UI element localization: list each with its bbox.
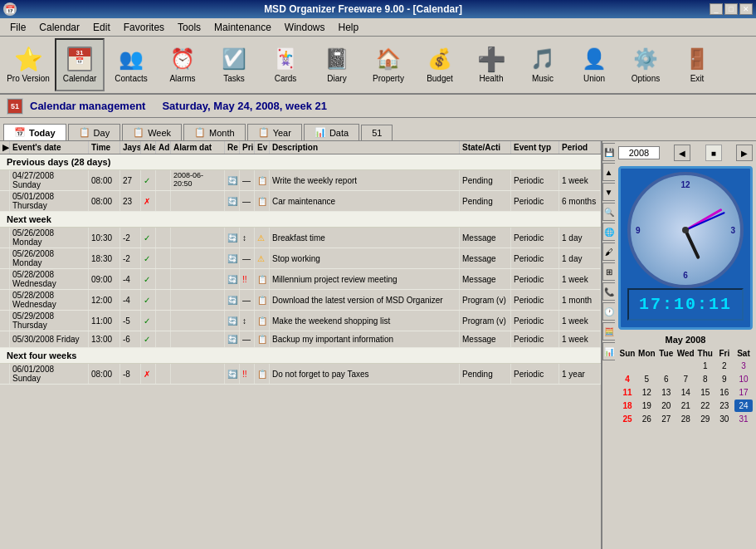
tool-paint[interactable]: 🖌 <box>602 243 616 261</box>
menu-maintenance[interactable]: Maintenance <box>207 20 278 35</box>
cal-day-19[interactable]: 19 <box>637 399 656 412</box>
menu-tools[interactable]: Tools <box>171 20 207 35</box>
minimize-button[interactable]: _ <box>710 3 723 15</box>
cal-day-26[interactable]: 26 <box>637 413 656 425</box>
cal-day-4[interactable]: 4 <box>618 373 637 385</box>
cal-day-6[interactable]: 6 <box>657 373 676 385</box>
table-row[interactable]: 05/30/2008 Friday 13:00 -6 ✓ 🔄 — 📋 Backu… <box>0 331 601 348</box>
budget-button[interactable]: 💰 Budget <box>415 38 465 91</box>
union-button[interactable]: 👤 Union <box>569 38 619 91</box>
cal-day-5[interactable]: 5 <box>637 373 656 385</box>
tab-year[interactable]: 📋 Year <box>247 124 302 140</box>
exit-button[interactable]: 🚪 Exit <box>672 38 722 91</box>
table-row[interactable]: 05/01/2008Thursday 08:00 23 ✗ 🔄 — 📋 Car … <box>0 191 601 212</box>
cal-day-9[interactable]: 9 <box>715 373 734 385</box>
tab-week[interactable]: 📋 Week <box>122 124 182 140</box>
tool-arrow-up[interactable]: ▲ <box>602 163 616 181</box>
cal-day-29[interactable]: 29 <box>696 413 715 425</box>
cal-day-11[interactable]: 11 <box>618 386 637 399</box>
menu-help[interactable]: Help <box>332 20 366 35</box>
clock-num-3: 3 <box>730 226 735 235</box>
music-button[interactable]: 🎵 Music <box>518 38 568 91</box>
tool-calc[interactable]: 🧮 <box>602 322 616 341</box>
diary-button[interactable]: 📓 Diary <box>312 38 362 91</box>
row-period: 1 day <box>559 248 601 268</box>
cal-day-2[interactable]: 2 <box>715 360 734 372</box>
row-description: Download the latest version of MSD Organ… <box>270 290 460 310</box>
cal-day-25[interactable]: 25 <box>618 413 637 425</box>
row-pri: — <box>240 248 255 268</box>
tool-save[interactable]: 💾 <box>602 143 616 161</box>
row-expand <box>0 269 10 289</box>
cards-button[interactable]: 🃏 Cards <box>261 38 310 91</box>
tool-chart[interactable]: 📊 <box>602 342 616 360</box>
row-ale: ✓ <box>141 311 156 331</box>
cal-day-17[interactable]: 17 <box>734 386 753 399</box>
row-pri: — <box>240 290 255 310</box>
table-row[interactable]: 06/01/2008Sunday 08:00 -8 ✗ 🔄 !! 📋 Do no… <box>0 364 601 385</box>
cal-day-24[interactable]: 24 <box>734 399 753 412</box>
nav-neutral[interactable]: ■ <box>705 145 722 161</box>
cal-day-30[interactable]: 30 <box>715 413 734 425</box>
table-row[interactable]: 05/26/2008Monday 18:30 -2 ✓ 🔄 — ⚠ Stop w… <box>0 248 601 269</box>
close-button[interactable]: ✕ <box>739 3 753 15</box>
cal-day-10[interactable]: 10 <box>734 373 753 385</box>
table-row[interactable]: 04/27/2008Sunday 08:00 27 ✓ 2008-06-20:5… <box>0 170 601 191</box>
table-row[interactable]: 05/29/2008Thursday 11:00 -5 ✓ 🔄 ↕ 📋 Make… <box>0 311 601 331</box>
menu-file[interactable]: File <box>3 20 32 35</box>
menu-favorites[interactable]: Favorites <box>117 20 171 35</box>
row-ale: ✓ <box>141 290 156 310</box>
nav-right[interactable]: ▶ <box>736 145 753 161</box>
table-row[interactable]: 05/26/2008Monday 10:30 -2 ✓ 🔄 ↕ ⚠ Breakf… <box>0 228 601 248</box>
cal-day-12[interactable]: 12 <box>637 386 656 399</box>
alarms-button[interactable]: ⏰ Alarms <box>158 38 207 91</box>
day-icon: 📋 <box>79 127 90 138</box>
maximize-button[interactable]: □ <box>724 3 738 15</box>
table-row[interactable]: 05/28/2008Wednesday 12:00 -4 ✓ 🔄 — 📋 Dow… <box>0 290 601 311</box>
cal-day-28[interactable]: 28 <box>676 413 695 425</box>
pro-version-button[interactable]: ⭐ Pro Version <box>3 38 53 91</box>
tab-day[interactable]: 📋 Day <box>68 124 121 140</box>
property-button[interactable]: 🏠 Property <box>363 38 413 91</box>
cal-day-27[interactable]: 27 <box>657 413 676 425</box>
nav-left[interactable]: ◀ <box>674 145 690 161</box>
cal-day-16[interactable]: 16 <box>715 386 734 399</box>
cal-day-13[interactable]: 13 <box>657 386 676 399</box>
cal-day-7[interactable]: 7 <box>676 373 695 385</box>
tool-clock[interactable]: 🕐 <box>602 302 616 321</box>
cal-day-21[interactable]: 21 <box>676 399 695 412</box>
cal-day-18[interactable]: 18 <box>618 399 637 412</box>
cal-day-22[interactable]: 22 <box>696 399 715 412</box>
tool-phone[interactable]: 📞 <box>602 282 616 301</box>
tab-month[interactable]: 📋 Month <box>183 124 246 140</box>
options-button[interactable]: ⚙️ Options <box>621 38 671 91</box>
tab-data[interactable]: 📊 Data <box>304 124 359 140</box>
cal-day-20[interactable]: 20 <box>657 399 676 412</box>
cal-day-3[interactable]: 3 <box>734 360 753 372</box>
table-row[interactable]: 05/28/2008Wednesday 09:00 -4 ✓ 🔄 !! 📋 Mi… <box>0 269 601 290</box>
calendar-button[interactable]: 31 📅 Calendar <box>55 38 105 91</box>
year-input[interactable] <box>618 146 660 159</box>
contacts-button[interactable]: 👥 Contacts <box>106 38 156 91</box>
cal-head-fri: Fri <box>715 348 734 359</box>
cal-day-8[interactable]: 8 <box>696 373 715 385</box>
health-icon: ➕ <box>478 46 505 72</box>
tool-globe[interactable]: 🌐 <box>602 223 616 241</box>
cal-day-15[interactable]: 15 <box>696 386 715 399</box>
cal-day-31[interactable]: 31 <box>734 413 753 425</box>
tab-51[interactable]: 51 <box>361 125 393 140</box>
tasks-button[interactable]: ☑️ Tasks <box>209 38 259 91</box>
menu-calendar[interactable]: Calendar <box>32 20 86 35</box>
tool-arrow-down[interactable]: ▼ <box>602 183 616 201</box>
health-button[interactable]: ➕ Health <box>466 38 516 91</box>
menu-windows[interactable]: Windows <box>278 20 332 35</box>
cal-day-14[interactable]: 14 <box>676 386 695 399</box>
month-label: Month <box>209 128 235 138</box>
title-buttons[interactable]: _ □ ✕ <box>710 3 753 15</box>
tool-grid[interactable]: ⊞ <box>602 262 616 281</box>
tool-search[interactable]: 🔍 <box>602 203 616 221</box>
cal-day-1[interactable]: 1 <box>696 360 715 372</box>
menu-edit[interactable]: Edit <box>86 20 117 35</box>
cal-day-23[interactable]: 23 <box>715 399 734 412</box>
tab-today[interactable]: 📅 Today <box>3 124 66 140</box>
